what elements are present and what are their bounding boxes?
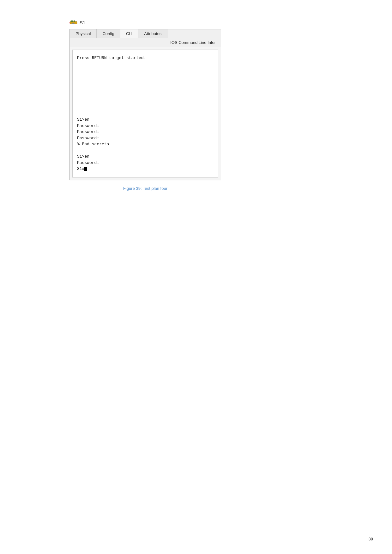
svg-rect-6	[73, 23, 74, 24]
terminal-line	[77, 67, 214, 74]
page-content: S1 Physical Config CLI Attributes IOS Co…	[69, 19, 221, 191]
tab-attributes[interactable]: Attributes	[138, 29, 167, 38]
terminal-line	[77, 148, 214, 154]
terminal-line: S1>en	[77, 154, 214, 160]
terminal-line: Password:	[77, 129, 214, 135]
terminal-line	[77, 111, 214, 117]
terminal-area[interactable]: Press RETURN to get started. S1>enPasswo…	[72, 50, 218, 178]
terminal-line	[77, 86, 214, 92]
svg-rect-2	[72, 21, 73, 22]
terminal-line: S1#	[77, 166, 214, 172]
terminal-line: Press RETURN to get started.	[77, 55, 214, 61]
device-title: S1	[80, 20, 85, 25]
terminal-line: % Bad secrets	[77, 141, 214, 148]
tabs-bar: Physical Config CLI Attributes	[70, 29, 221, 38]
terminal-line	[77, 98, 214, 105]
terminal-line	[77, 61, 214, 68]
terminal-line: S1>en	[77, 117, 214, 123]
device-header: S1	[69, 19, 221, 26]
tab-cli[interactable]: CLI	[120, 29, 138, 38]
terminal-cursor	[84, 167, 87, 171]
tab-physical[interactable]: Physical	[70, 29, 97, 38]
terminal-line	[77, 104, 214, 111]
svg-rect-3	[74, 21, 75, 22]
terminal-line	[77, 92, 214, 98]
device-panel: Physical Config CLI Attributes IOS Comma…	[69, 29, 221, 180]
svg-rect-4	[71, 23, 71, 24]
svg-rect-1	[71, 21, 72, 22]
page-number: 39	[369, 537, 373, 541]
svg-rect-7	[75, 23, 75, 24]
svg-rect-5	[72, 23, 73, 24]
panel-subtitle: IOS Command Line Inter	[70, 38, 221, 47]
terminal-line	[77, 74, 214, 80]
terminal-line: Password:	[77, 160, 214, 166]
router-icon	[69, 19, 78, 26]
tab-config[interactable]: Config	[97, 29, 120, 38]
terminal-line	[77, 80, 214, 86]
terminal-line: Password:	[77, 135, 214, 142]
terminal-line: Password:	[77, 123, 214, 129]
figure-caption: Figure 39: Test plan four	[69, 186, 221, 191]
svg-marker-8	[69, 22, 70, 24]
